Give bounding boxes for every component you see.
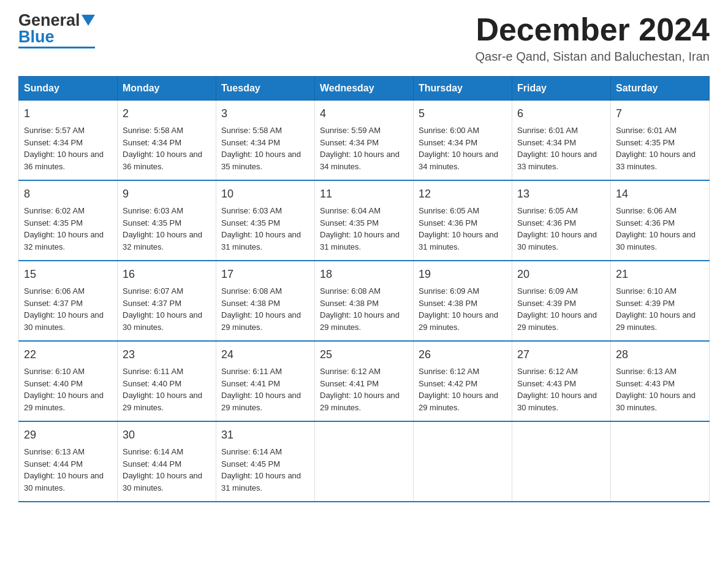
day-number: 4: [320, 105, 408, 122]
header-thursday: Thursday: [414, 77, 512, 101]
daylight-text: Daylight: 10 hours and 29 minutes.: [221, 391, 301, 412]
sunrise-text: Sunrise: 6:14 AM: [123, 447, 183, 456]
header-wednesday: Wednesday: [315, 77, 414, 101]
header-sunday: Sunday: [19, 77, 118, 101]
daylight-text: Daylight: 10 hours and 31 minutes.: [419, 230, 498, 251]
logo-general-text: General: [18, 12, 80, 29]
day-number: 19: [419, 266, 507, 283]
daylight-text: Daylight: 10 hours and 29 minutes.: [320, 310, 400, 332]
logo-blue-text: Blue: [18, 29, 55, 45]
sunset-text: Sunset: 4:39 PM: [517, 299, 576, 308]
day-number: 2: [123, 105, 211, 122]
day-number: 8: [24, 186, 112, 202]
sunrise-text: Sunrise: 6:10 AM: [616, 286, 677, 296]
daylight-text: Daylight: 10 hours and 32 minutes.: [123, 230, 202, 251]
daylight-text: Daylight: 10 hours and 35 minutes.: [221, 150, 301, 171]
table-row: 5Sunrise: 6:00 AMSunset: 4:34 PMDaylight…: [414, 101, 512, 181]
sunrise-text: Sunrise: 6:11 AM: [221, 367, 282, 376]
daylight-text: Daylight: 10 hours and 34 minutes.: [320, 150, 400, 171]
daylight-text: Daylight: 10 hours and 30 minutes.: [24, 471, 104, 492]
sunset-text: Sunset: 4:36 PM: [419, 218, 477, 228]
table-row: 2Sunrise: 5:58 AMSunset: 4:34 PMDaylight…: [118, 101, 216, 181]
day-number: 27: [517, 347, 605, 363]
sunset-text: Sunset: 4:34 PM: [320, 138, 379, 147]
sunset-text: Sunset: 4:40 PM: [123, 379, 181, 388]
sunrise-text: Sunrise: 6:04 AM: [320, 206, 381, 215]
sunrise-text: Sunrise: 6:08 AM: [320, 286, 381, 296]
logo: General Blue: [18, 12, 95, 48]
table-row: 30Sunrise: 6:14 AMSunset: 4:44 PMDayligh…: [118, 421, 216, 502]
daylight-text: Daylight: 10 hours and 31 minutes.: [221, 230, 301, 251]
sunset-text: Sunset: 4:34 PM: [123, 138, 181, 147]
table-row: [414, 421, 512, 502]
table-row: 6Sunrise: 6:01 AMSunset: 4:34 PMDaylight…: [512, 101, 611, 181]
table-row: 27Sunrise: 6:12 AMSunset: 4:43 PMDayligh…: [512, 341, 611, 421]
table-row: 23Sunrise: 6:11 AMSunset: 4:40 PMDayligh…: [118, 341, 216, 421]
sunset-text: Sunset: 4:35 PM: [320, 218, 379, 228]
daylight-text: Daylight: 10 hours and 29 minutes.: [616, 310, 696, 332]
daylight-text: Daylight: 10 hours and 30 minutes.: [616, 230, 696, 251]
daylight-text: Daylight: 10 hours and 34 minutes.: [419, 150, 498, 171]
table-row: 10Sunrise: 6:03 AMSunset: 4:35 PMDayligh…: [216, 180, 315, 261]
table-row: 19Sunrise: 6:09 AMSunset: 4:38 PMDayligh…: [414, 261, 512, 341]
daylight-text: Daylight: 10 hours and 30 minutes.: [517, 230, 597, 251]
sunset-text: Sunset: 4:45 PM: [221, 459, 280, 469]
day-number: 28: [616, 347, 704, 363]
day-number: 5: [419, 105, 507, 122]
sunset-text: Sunset: 4:42 PM: [419, 379, 477, 388]
sunset-text: Sunset: 4:43 PM: [517, 379, 576, 388]
sunrise-text: Sunrise: 6:02 AM: [24, 206, 85, 215]
table-row: 28Sunrise: 6:13 AMSunset: 4:43 PMDayligh…: [611, 341, 710, 421]
day-number: 11: [320, 186, 408, 202]
sunset-text: Sunset: 4:41 PM: [221, 379, 280, 388]
sunrise-text: Sunrise: 6:03 AM: [123, 206, 183, 215]
svg-marker-0: [82, 15, 95, 26]
sunset-text: Sunset: 4:38 PM: [320, 299, 379, 308]
daylight-text: Daylight: 10 hours and 30 minutes.: [616, 391, 696, 412]
daylight-text: Daylight: 10 hours and 29 minutes.: [320, 391, 400, 412]
daylight-text: Daylight: 10 hours and 30 minutes.: [123, 310, 202, 332]
day-number: 18: [320, 266, 408, 283]
sunrise-text: Sunrise: 6:06 AM: [616, 206, 677, 215]
sunrise-text: Sunrise: 6:12 AM: [517, 367, 578, 376]
sunrise-text: Sunrise: 6:13 AM: [24, 447, 85, 456]
day-number: 3: [221, 105, 309, 122]
page-header: General Blue December 2024 Qasr-e Qand, …: [18, 12, 710, 64]
day-number: 13: [517, 186, 605, 202]
table-row: 26Sunrise: 6:12 AMSunset: 4:42 PMDayligh…: [414, 341, 512, 421]
daylight-text: Daylight: 10 hours and 30 minutes.: [517, 391, 597, 412]
day-number: 17: [221, 266, 309, 283]
sunset-text: Sunset: 4:35 PM: [221, 218, 280, 228]
sunrise-text: Sunrise: 5:59 AM: [320, 126, 381, 135]
table-row: 9Sunrise: 6:03 AMSunset: 4:35 PMDaylight…: [118, 180, 216, 261]
sunrise-text: Sunrise: 6:07 AM: [123, 286, 183, 296]
sunset-text: Sunset: 4:35 PM: [24, 218, 83, 228]
day-number: 12: [419, 186, 507, 202]
daylight-text: Daylight: 10 hours and 29 minutes.: [221, 310, 301, 332]
sunset-text: Sunset: 4:37 PM: [123, 299, 181, 308]
table-row: 22Sunrise: 6:10 AMSunset: 4:40 PMDayligh…: [19, 341, 118, 421]
sunrise-text: Sunrise: 6:09 AM: [517, 286, 578, 296]
table-row: 1Sunrise: 5:57 AMSunset: 4:34 PMDaylight…: [19, 101, 118, 181]
table-row: 31Sunrise: 6:14 AMSunset: 4:45 PMDayligh…: [216, 421, 315, 502]
sunrise-text: Sunrise: 6:09 AM: [419, 286, 479, 296]
table-row: 25Sunrise: 6:12 AMSunset: 4:41 PMDayligh…: [315, 341, 414, 421]
location-subtitle: Qasr-e Qand, Sistan and Baluchestan, Ira…: [476, 50, 710, 64]
day-number: 21: [616, 266, 704, 283]
sunrise-text: Sunrise: 6:05 AM: [517, 206, 578, 215]
month-title: December 2024: [476, 12, 710, 47]
daylight-text: Daylight: 10 hours and 31 minutes.: [221, 471, 301, 492]
sunset-text: Sunset: 4:36 PM: [616, 218, 675, 228]
sunrise-text: Sunrise: 5:57 AM: [24, 126, 85, 135]
sunset-text: Sunset: 4:35 PM: [123, 218, 181, 228]
sunset-text: Sunset: 4:35 PM: [616, 138, 675, 147]
day-number: 24: [221, 347, 309, 363]
daylight-text: Daylight: 10 hours and 32 minutes.: [24, 230, 104, 251]
daylight-text: Daylight: 10 hours and 29 minutes.: [24, 391, 104, 412]
table-row: 11Sunrise: 6:04 AMSunset: 4:35 PMDayligh…: [315, 180, 414, 261]
table-row: 15Sunrise: 6:06 AMSunset: 4:37 PMDayligh…: [19, 261, 118, 341]
sunrise-text: Sunrise: 6:14 AM: [221, 447, 282, 456]
table-row: 12Sunrise: 6:05 AMSunset: 4:36 PMDayligh…: [414, 180, 512, 261]
sunrise-text: Sunrise: 5:58 AM: [221, 126, 282, 135]
daylight-text: Daylight: 10 hours and 29 minutes.: [419, 391, 498, 412]
